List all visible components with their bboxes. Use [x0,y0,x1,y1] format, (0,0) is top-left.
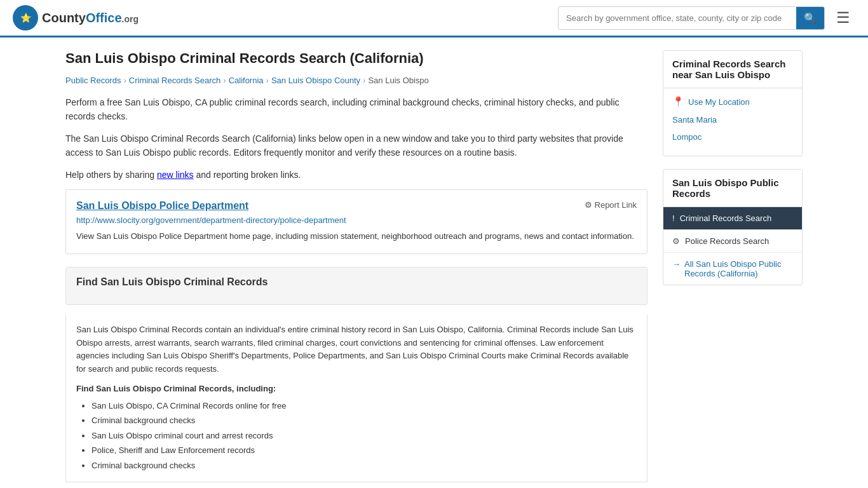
search-button[interactable]: 🔍 [796,7,824,29]
content-area: San Luis Obispo Criminal Records Search … [65,50,648,488]
sidebar-menu-criminal-records[interactable]: ! Criminal Records Search [663,207,802,230]
find-including-label: Find San Luis Obispo Criminal Records, i… [76,384,637,393]
page-title: San Luis Obispo Criminal Records Search … [65,50,648,67]
list-item: San Luis Obispo criminal court and arres… [92,428,637,443]
intro-paragraph-1: Perform a free San Luis Obispo, CA publi… [65,95,648,124]
header-right: 🔍 ☰ [558,6,855,30]
sidebar-menu-label-1: Criminal Records Search [680,214,772,223]
record-card-description: View San Luis Obispo Police Department h… [76,230,637,243]
intro-paragraph-2: The San Luis Obispo Criminal Records Sea… [65,132,648,160]
arrow-icon: → [672,259,681,269]
list-item: Police, Sheriff and Law Enforcement reco… [92,443,637,458]
find-section-body: San Luis Obispo Criminal Records contain… [65,315,648,482]
sidebar-menu-label-2: Police Records Search [685,236,769,246]
sidebar-card-nearby: Criminal Records Search near San Luis Ob… [663,50,803,156]
use-my-location-link[interactable]: Use My Location [688,97,750,107]
sidebar-menu-label-3: All San Luis Obispo Public Records (Cali… [684,259,793,278]
hamburger-icon[interactable]: ☰ [831,6,855,29]
header: ⭐ CountyOffice.org 🔍 ☰ [0,0,868,37]
sidebar-card1-body: 📍 Use My Location Santa Maria Lompoc [663,88,802,156]
report-icon: ⚙ [585,200,592,210]
record-card-url[interactable]: http://www.slocity.org/government/depart… [76,215,637,225]
report-link-button[interactable]: ⚙ Report Link [585,200,637,210]
sidebar: Criminal Records Search near San Luis Ob… [663,50,803,488]
list-item: Criminal background checks [92,458,637,473]
sidebar-menu-all-records[interactable]: → All San Luis Obispo Public Records (Ca… [663,253,802,285]
sidebar-menu-police-records[interactable]: ⚙ Police Records Search [663,230,802,253]
main-container: San Luis Obispo Criminal Records Search … [53,37,815,488]
find-list: San Luis Obispo, CA Criminal Records onl… [76,398,637,473]
breadcrumb-city: San Luis Obispo [368,76,428,85]
svg-text:⭐: ⭐ [20,13,32,24]
record-card: San Luis Obispo Police Department ⚙ Repo… [65,189,648,254]
search-input[interactable] [559,8,796,28]
report-link-label: Report Link [595,200,637,210]
breadcrumb-california[interactable]: California [229,76,264,85]
sidebar-city-santa-maria[interactable]: Santa Maria [672,114,793,126]
breadcrumb-criminal-records-search[interactable]: Criminal Records Search [129,76,221,85]
list-item: Criminal background checks [92,413,637,428]
sidebar-card1-title: Criminal Records Search near San Luis Ob… [663,51,802,88]
breadcrumb-county[interactable]: San Luis Obispo County [271,76,360,85]
logo-area: ⭐ CountyOffice.org [13,5,139,30]
use-my-location-row: 📍 Use My Location [672,96,793,107]
sidebar-card2-title: San Luis Obispo Public Records [663,170,802,207]
pin-icon: 📍 [672,96,684,107]
exclamation-icon: ! [672,214,675,223]
list-item: San Luis Obispo, CA Criminal Records onl… [92,398,637,413]
breadcrumb-public-records[interactable]: Public Records [65,76,121,85]
breadcrumb: Public Records › Criminal Records Search… [65,76,648,85]
logo-icon: ⭐ [13,5,38,30]
intro-paragraph-3: Help others by sharing new links and rep… [65,168,648,182]
search-bar: 🔍 [558,6,825,30]
gear-icon: ⚙ [672,236,680,246]
find-section-description: San Luis Obispo Criminal Records contain… [76,323,637,376]
find-section: Find San Luis Obispo Criminal Records [65,267,648,305]
new-links-link[interactable]: new links [157,170,194,180]
sidebar-card-public-records: San Luis Obispo Public Records ! Crimina… [663,169,803,285]
logo-text: CountyOffice.org [42,11,139,25]
find-section-title: Find San Luis Obispo Criminal Records [76,276,637,288]
record-card-title[interactable]: San Luis Obispo Police Department [76,200,248,212]
sidebar-city-lompoc[interactable]: Lompoc [672,131,793,143]
